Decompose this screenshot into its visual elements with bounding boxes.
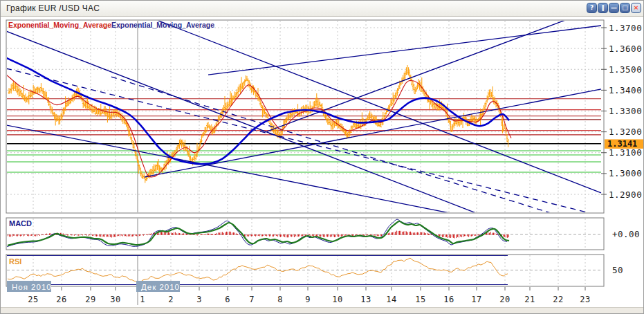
help-icon: ? [590, 3, 594, 12]
time-axis-label: 13 [360, 295, 371, 304]
window-buttons: ? ‖ — □ × [587, 3, 641, 13]
price-axis-label: 1.3300 [609, 106, 642, 116]
time-axis-label: 14 [386, 295, 396, 304]
time-axis-label: 29 [85, 295, 95, 304]
time-axis-label: 15 [415, 295, 425, 304]
price-axis-label: 1.3200 [609, 127, 642, 137]
help-button[interactable]: ? [587, 3, 597, 13]
ema-fast-legend: Exponential_Moving_Average [8, 21, 111, 29]
close-button[interactable]: × [631, 3, 641, 13]
month-badge-nov-label: Ноя 2010 [12, 283, 52, 291]
minimize-button[interactable]: — [609, 3, 619, 13]
time-axis-label: 9 [305, 295, 311, 304]
time-axis-label: 8 [277, 295, 283, 304]
macd-label: MACD [9, 219, 32, 228]
ema-slow-legend: Exponential_Moving_Average [111, 21, 214, 29]
time-axis-label: 17 [471, 295, 481, 304]
price-axis: 1.37001.36001.35001.34001.33001.32001.31… [601, 23, 642, 200]
price-axis-label: 1.3600 [609, 44, 642, 54]
macd-panel[interactable] [6, 218, 604, 250]
time-axis-label: 10 [332, 295, 342, 304]
time-axis-label: 22 [553, 295, 563, 304]
time-axis-label: 1 [140, 295, 145, 304]
time-axis-label: 20 [499, 295, 510, 304]
price-axis-label: 1.3000 [609, 168, 642, 178]
time-axis-label: 2 [168, 295, 174, 304]
close-icon: × [634, 3, 639, 12]
month-badge-dec: Дек 2010 [136, 281, 180, 292]
macd-axis-value: +0.00 [612, 229, 640, 239]
time-axis: 25262930123678910131415161720212223 [28, 287, 590, 304]
maximize-button[interactable]: □ [620, 3, 630, 13]
window-title: График EUR /USD ЧАС [1, 3, 100, 13]
current-price-value: 1.3141 [607, 139, 637, 149]
month-badge-nov: Ноя 2010 [7, 281, 52, 292]
time-axis-label: 16 [443, 295, 454, 304]
rsi-axis-value: 50 [612, 265, 623, 275]
time-axis-label: 7 [249, 295, 255, 304]
price-axis-label: 1.3100 [609, 147, 642, 158]
pause-button[interactable]: ‖ [598, 3, 608, 13]
current-price-tag: 1.3141 [605, 139, 644, 149]
time-axis-label: 21 [524, 295, 535, 304]
month-badge-dec-label: Дек 2010 [141, 283, 180, 291]
window-bottom-edge [1, 307, 643, 314]
price-axis-label: 1.3400 [609, 85, 642, 95]
minimize-icon: — [611, 3, 617, 12]
chart-window: График EUR /USD ЧАС ? ‖ — □ × [0, 0, 644, 314]
time-axis-label: 6 [225, 295, 230, 304]
chart-canvas: 1.37001.36001.35001.34001.33001.32001.31… [1, 1, 644, 314]
time-axis-label: 3 [196, 295, 202, 304]
time-axis-label: 23 [580, 295, 590, 304]
price-axis-label: 1.2900 [609, 190, 642, 200]
rsi-label: RSI [9, 257, 21, 266]
time-axis-label: 25 [28, 295, 38, 304]
maximize-icon: □ [622, 3, 628, 12]
time-axis-label: 30 [110, 295, 120, 304]
price-axis-label: 1.3500 [609, 64, 642, 75]
title-bar[interactable]: График EUR /USD ЧАС ? ‖ — □ × [1, 1, 643, 17]
price-axis-label: 1.3700 [609, 23, 642, 33]
pause-icon: ‖ [601, 3, 605, 12]
time-axis-label: 26 [56, 295, 66, 304]
